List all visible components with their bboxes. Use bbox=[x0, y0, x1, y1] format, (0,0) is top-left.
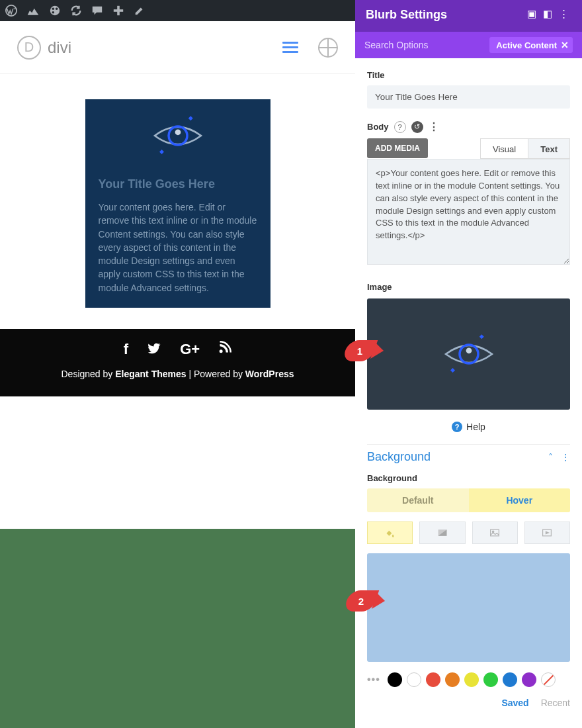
add-media-button[interactable]: ADD MEDIA bbox=[367, 138, 428, 158]
tab-default[interactable]: Default bbox=[367, 488, 469, 512]
bg-video-tab[interactable] bbox=[524, 522, 570, 544]
mobile-menu-toggle[interactable] bbox=[282, 39, 298, 56]
help-icon[interactable]: ? bbox=[394, 121, 406, 133]
twitter-icon[interactable] bbox=[147, 341, 161, 359]
recent-palette-link[interactable]: Recent bbox=[541, 698, 570, 708]
body-text-editor[interactable] bbox=[367, 159, 570, 265]
bg-gradient-tab[interactable] bbox=[419, 522, 465, 544]
language-icon[interactable] bbox=[318, 38, 338, 58]
swatch-green[interactable] bbox=[483, 672, 498, 687]
comments-icon[interactable] bbox=[91, 5, 103, 17]
add-new-icon[interactable] bbox=[112, 5, 124, 17]
swatch-blue[interactable] bbox=[503, 672, 517, 687]
dashboard-icon[interactable] bbox=[26, 5, 40, 17]
content-area: Your Title Goes Here Your content goes h… bbox=[0, 74, 355, 396]
search-input[interactable]: Search Options bbox=[364, 40, 489, 50]
tab-hover[interactable]: Hover bbox=[469, 488, 571, 512]
background-type-tabs bbox=[367, 522, 570, 544]
responsive-preview-icon[interactable]: ▣ bbox=[524, 8, 540, 20]
logo-mark: D bbox=[17, 36, 41, 60]
svg-point-15 bbox=[466, 347, 472, 353]
chevron-up-icon[interactable]: ˄ bbox=[548, 452, 553, 463]
site-logo[interactable]: D divi bbox=[17, 36, 71, 60]
background-state-tabs: Default Hover bbox=[367, 488, 570, 512]
swatch-white[interactable] bbox=[407, 672, 421, 687]
facebook-icon[interactable]: f bbox=[124, 341, 128, 359]
svg-marker-12 bbox=[479, 334, 483, 339]
tab-text[interactable]: Text bbox=[528, 138, 570, 159]
saved-palette-link[interactable]: Saved bbox=[501, 698, 528, 708]
svg-point-14 bbox=[460, 345, 478, 363]
googleplus-icon[interactable]: G+ bbox=[180, 341, 200, 359]
panel-body: Title Body ? ↺ ⋮ ADD MEDIA Visual Text I… bbox=[355, 58, 582, 728]
blurb-title: Your Title Goes Here bbox=[99, 177, 257, 191]
active-filter-chip[interactable]: Active Content ✕ bbox=[489, 37, 573, 53]
close-icon[interactable]: ✕ bbox=[561, 40, 569, 50]
swatch-transparent[interactable] bbox=[541, 672, 556, 687]
svg-point-11 bbox=[220, 349, 223, 353]
page-preview: D divi Your Title Goes Here Your content… bbox=[0, 21, 355, 396]
help-link[interactable]: ? Help bbox=[367, 422, 570, 432]
svg-marker-8 bbox=[159, 150, 164, 154]
title-field-label: Title bbox=[367, 70, 570, 80]
panel-menu-icon[interactable]: ⋮ bbox=[556, 8, 571, 20]
theme-link[interactable]: Elegant Themes bbox=[115, 369, 186, 379]
swatch-black[interactable] bbox=[388, 672, 402, 687]
swatch-yellow[interactable] bbox=[464, 672, 479, 687]
bg-color-tab[interactable] bbox=[367, 522, 413, 544]
footer-credit: Designed by Elegant Themes | Powered by … bbox=[0, 369, 355, 379]
image-preview[interactable] bbox=[367, 298, 570, 410]
bg-image-tab[interactable] bbox=[472, 522, 518, 544]
logo-text: divi bbox=[48, 38, 71, 57]
svg-rect-6 bbox=[114, 9, 123, 12]
swatch-purple[interactable] bbox=[522, 672, 536, 687]
background-color-preview[interactable] bbox=[367, 553, 570, 662]
more-swatches-icon[interactable]: ••• bbox=[367, 674, 380, 686]
blurb-image bbox=[99, 113, 257, 159]
site-footer: f G+ Designed by Elegant Themes | Powere… bbox=[0, 329, 355, 396]
svg-point-9 bbox=[169, 126, 187, 145]
edit-icon[interactable] bbox=[134, 5, 146, 17]
help-badge-icon: ? bbox=[452, 422, 462, 432]
platform-link[interactable]: WordPress bbox=[245, 369, 294, 379]
svg-point-18 bbox=[493, 531, 494, 532]
panel-header: Blurb Settings ▣ ◧ ⋮ bbox=[355, 0, 582, 32]
blurb-module[interactable]: Your Title Goes Here Your content goes h… bbox=[85, 99, 270, 308]
module-settings-panel: Blurb Settings ▣ ◧ ⋮ Search Options Acti… bbox=[355, 0, 582, 728]
svg-point-10 bbox=[175, 129, 181, 135]
title-input[interactable] bbox=[367, 85, 570, 109]
color-swatch-row: ••• bbox=[367, 672, 570, 687]
svg-point-4 bbox=[52, 11, 55, 14]
svg-marker-13 bbox=[450, 368, 455, 373]
site-header: D divi bbox=[0, 21, 355, 74]
background-label: Background bbox=[367, 473, 570, 483]
updates-icon[interactable] bbox=[70, 5, 82, 17]
reset-icon[interactable]: ↺ bbox=[411, 121, 423, 133]
image-field-label: Image bbox=[367, 282, 570, 292]
panel-title: Blurb Settings bbox=[366, 8, 524, 22]
background-preview-strip bbox=[0, 529, 355, 728]
background-section-header[interactable]: Background ˄ ⋮ bbox=[367, 444, 570, 473]
rss-icon[interactable] bbox=[218, 341, 231, 359]
customize-icon[interactable] bbox=[49, 5, 61, 17]
swatch-red[interactable] bbox=[426, 672, 440, 687]
svg-rect-17 bbox=[491, 529, 499, 536]
expand-panel-icon[interactable]: ◧ bbox=[540, 8, 556, 20]
section-options-icon[interactable]: ⋮ bbox=[561, 452, 570, 463]
svg-point-2 bbox=[52, 8, 55, 11]
tab-visual[interactable]: Visual bbox=[480, 138, 528, 159]
svg-marker-7 bbox=[188, 116, 192, 120]
wordpress-icon[interactable] bbox=[5, 5, 17, 17]
svg-point-3 bbox=[56, 8, 58, 11]
blurb-body-text: Your content goes here. Edit or remove t… bbox=[99, 201, 257, 295]
svg-point-1 bbox=[50, 6, 60, 15]
body-options-icon[interactable]: ⋮ bbox=[429, 120, 440, 133]
options-search-bar[interactable]: Search Options Active Content ✕ bbox=[355, 32, 582, 58]
swatch-orange[interactable] bbox=[445, 672, 460, 687]
body-field-label: Body bbox=[367, 122, 389, 132]
